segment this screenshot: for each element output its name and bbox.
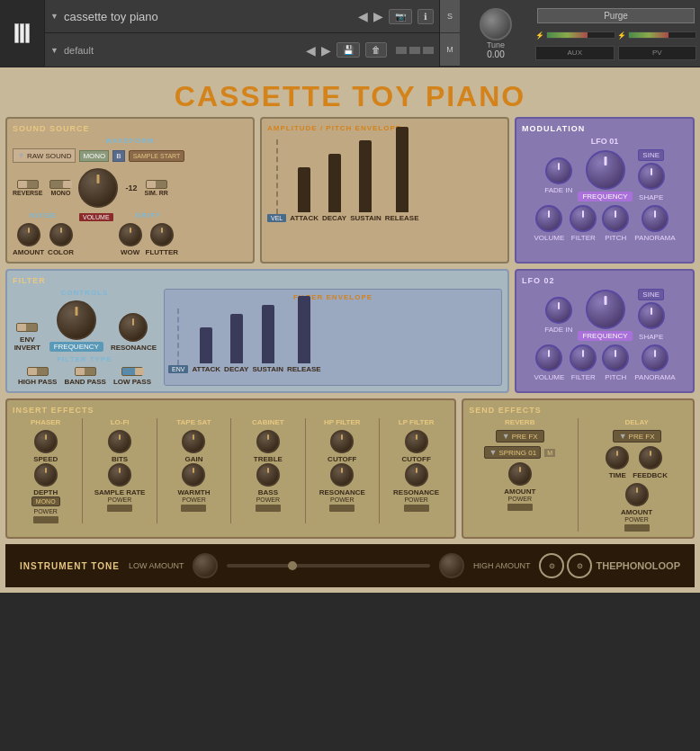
lfo01-panorama-knob[interactable]: [642, 205, 669, 232]
sustain-bar[interactable]: [359, 140, 372, 212]
lfo02-volume-knob[interactable]: [535, 344, 562, 371]
release-label: RELEASE: [385, 214, 419, 222]
lfo01-volume-knob[interactable]: [535, 205, 562, 232]
lofi-bits-knob[interactable]: [108, 430, 131, 453]
purge-button[interactable]: Purge: [537, 8, 695, 23]
delay-amount-knob[interactable]: [625, 483, 649, 506]
reverb-pre-fx-button[interactable]: ▼ PRE FX: [496, 430, 544, 443]
hp-resonance-knob[interactable]: [330, 463, 354, 487]
mono-switch[interactable]: [49, 180, 71, 189]
lfo01-fade-in-label: FADE IN: [544, 186, 572, 194]
cabinet-bass-group: BASS: [256, 463, 280, 496]
phaser-speed-knob[interactable]: [34, 430, 58, 453]
lfo01-sine-button[interactable]: SINE: [638, 149, 664, 161]
low-amount-knob[interactable]: [193, 553, 218, 578]
sim-rr-switch[interactable]: [146, 180, 167, 189]
lofi-power-bar[interactable]: [107, 505, 132, 512]
phaser-power-bar[interactable]: [33, 516, 58, 523]
b-button[interactable]: B: [112, 150, 124, 162]
f-sustain-bar[interactable]: [262, 305, 274, 363]
lfo01-filter: FILTER: [570, 205, 597, 242]
camera-button[interactable]: 📷: [389, 9, 412, 24]
waveform-knob[interactable]: [78, 168, 118, 208]
high-pass-switch[interactable]: [27, 367, 49, 376]
cabinet-bass-knob[interactable]: [256, 463, 280, 487]
attack-bar[interactable]: [298, 167, 310, 212]
lp-cutoff-knob[interactable]: [405, 430, 428, 453]
lofi-samplerate-knob[interactable]: [108, 463, 131, 487]
delay-time-knob[interactable]: [606, 446, 629, 469]
save-preset-button[interactable]: 💾: [337, 42, 360, 58]
low-amount-label: LOW AMOUNT: [129, 561, 184, 570]
meter-bar-right: [628, 31, 697, 39]
env-invert-switch[interactable]: [16, 323, 38, 332]
lfo02-shape-knob[interactable]: [638, 302, 665, 329]
f-release-bar[interactable]: [298, 296, 310, 363]
delay-pre-fx-button[interactable]: ▼ PRE FX: [613, 430, 661, 443]
lp-resonance-knob[interactable]: [405, 463, 428, 487]
f-attack-bar[interactable]: [200, 327, 212, 363]
color-knob[interactable]: [49, 223, 73, 246]
phaser-mono-badge[interactable]: MONO: [31, 496, 60, 506]
lfo01-frequency-knob[interactable]: [586, 150, 625, 190]
release-bar[interactable]: [396, 127, 408, 212]
tape-sat-gain-knob[interactable]: [182, 430, 205, 453]
delay-feedback-knob[interactable]: [639, 446, 662, 469]
filter-resonance-knob[interactable]: [119, 313, 148, 342]
lfo01-shape-knob[interactable]: [638, 163, 665, 190]
band-pass-switch[interactable]: [75, 367, 96, 376]
row1: SOUND SOURCE WAVEFORM ▼ RAW SOUND MONO B…: [5, 117, 695, 264]
lofi-samplerate-group: SAMPLE RATE: [94, 463, 146, 496]
tape-sat-warmth-knob[interactable]: [182, 463, 205, 487]
tape-sat-power-bar[interactable]: [181, 505, 206, 512]
tone-slider-handle[interactable]: [288, 561, 297, 570]
next-instrument-button[interactable]: ▶: [373, 9, 383, 23]
lfo02-filter-knob[interactable]: [570, 344, 597, 371]
hp-cutoff-knob[interactable]: [330, 430, 354, 453]
mono-button[interactable]: MONO: [79, 150, 109, 162]
lfo02-sine-button[interactable]: SINE: [638, 289, 664, 300]
flutter-knob[interactable]: [150, 223, 174, 246]
wow-knob[interactable]: [119, 223, 142, 246]
pv-label: PV: [652, 49, 662, 57]
reverb-amount-label: AMOUNT: [504, 487, 535, 496]
lfo01-fade-in-knob[interactable]: [545, 157, 572, 184]
reverb-amount-knob[interactable]: [508, 462, 532, 486]
lfo01-filter-knob[interactable]: [570, 205, 597, 232]
info-button[interactable]: ℹ: [417, 9, 434, 24]
prev-preset-button[interactable]: ◀: [306, 43, 316, 58]
tune-knob[interactable]: [480, 8, 512, 40]
decay-bar-group: DECAY: [322, 154, 346, 222]
delete-preset-button[interactable]: 🗑: [365, 42, 387, 58]
delay-power-bar[interactable]: [624, 524, 650, 532]
spring-button[interactable]: ▼ SPRING 01: [484, 446, 541, 459]
filter-frequency-knob[interactable]: [57, 300, 96, 340]
s-button[interactable]: S: [440, 0, 460, 33]
m-button[interactable]: M: [440, 33, 460, 67]
reverb-power-bar[interactable]: [507, 504, 533, 511]
lfo02-pitch-knob[interactable]: [602, 344, 629, 371]
phaser-depth-knob[interactable]: [34, 463, 58, 487]
lfo02-fade-in-knob[interactable]: [545, 297, 572, 324]
lp-power-bar[interactable]: [404, 505, 429, 512]
lfo02-frequency-knob[interactable]: [586, 290, 625, 329]
lfo01-pitch-knob[interactable]: [602, 205, 629, 232]
low-pass-switch[interactable]: [121, 367, 143, 376]
cabinet-treble-knob[interactable]: [256, 430, 280, 453]
hp-power-bar[interactable]: [329, 505, 354, 512]
prev-instrument-button[interactable]: ◀: [358, 9, 368, 23]
f-decay-bar[interactable]: [230, 314, 243, 363]
reverse-switch[interactable]: [17, 180, 39, 189]
high-amount-knob[interactable]: [439, 553, 464, 578]
lfo02-freq-badge: FREQUENCY: [578, 331, 632, 341]
sim-rr-toggle: SIM. RR: [144, 180, 167, 196]
decay-bar[interactable]: [328, 154, 341, 212]
raw-sound-button[interactable]: ▼ RAW SOUND: [13, 148, 76, 163]
next-preset-button[interactable]: ▶: [321, 43, 331, 58]
cabinet-treble-label: TREBLE: [254, 455, 283, 463]
amount-knob[interactable]: [17, 223, 40, 246]
sample-start-button[interactable]: SAMPLE START: [129, 150, 185, 162]
tone-slider[interactable]: [227, 564, 430, 568]
cabinet-power-bar[interactable]: [256, 505, 281, 512]
lfo02-panorama-knob[interactable]: [642, 344, 669, 371]
